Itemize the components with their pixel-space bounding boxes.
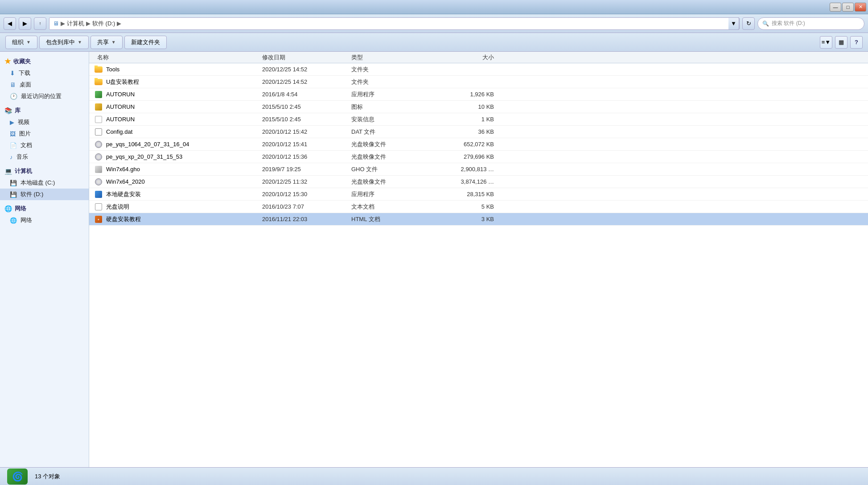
network-icon: 🌐 [10,217,17,224]
table-row[interactable]: AUTORUN 2015/5/10 2:45 图标 10 KB [89,101,868,113]
table-row[interactable]: Win7x64_2020 2020/12/25 11:32 光盘映像文件 3,8… [89,176,868,188]
file-name-text: Config.dat [106,128,132,135]
new-folder-button[interactable]: 新建文件夹 [124,36,167,49]
sidebar-item-desktop[interactable]: 🖥 桌面 [0,79,89,90]
file-date: 2020/10/12 15:30 [262,191,351,197]
file-type: 文件夹 [351,78,432,86]
image-label: 图片 [19,130,31,138]
col-size-header[interactable]: 大小 [432,53,503,62]
file-name-text: Win7x64.gho [106,166,140,173]
file-name-text: 本地硬盘安装 [106,190,141,198]
refresh-button[interactable]: ↻ [742,17,755,30]
sidebar-item-recent[interactable]: 🕐 最近访问的位置 [0,90,89,102]
music-icon: ♪ [10,154,13,160]
sidebar-item-network[interactable]: 🌐 网络 [0,214,89,226]
table-row[interactable]: Tools 2020/12/25 14:52 文件夹 [89,63,868,76]
sidebar-item-image[interactable]: 🖼 图片 [0,128,89,140]
address-path[interactable]: 🖥 ▶ 计算机 ▶ 软件 (D:) ▶ [49,18,728,29]
file-size: 5 KB [432,203,503,210]
table-row[interactable]: Win7x64.gho 2019/9/7 19:25 GHO 文件 2,900,… [89,163,868,176]
col-type-header[interactable]: 类型 [351,53,432,62]
table-row[interactable]: pe_yqs_xp_20_07_31_15_53 2020/10/12 15:3… [89,151,868,163]
file-type: HTML 文档 [351,215,432,223]
table-row[interactable]: 光盘说明 2016/10/23 7:07 文本文档 5 KB [89,201,868,213]
video-icon: ▶ [10,119,14,126]
sidebar-item-video[interactable]: ▶ 视频 [0,116,89,128]
path-computer[interactable]: 计算机 [67,20,84,28]
desktop-icon: 🖥 [10,81,16,88]
minimize-button[interactable]: — [830,3,841,12]
sidebar-item-music[interactable]: ♪ 音乐 [0,151,89,163]
organize-arrow: ▼ [26,40,31,45]
file-name: AUTORUN [93,115,262,123]
file-type: 文本文档 [351,203,432,211]
doc-icon: 📄 [10,142,17,149]
star-icon: ★ [4,57,11,66]
file-size: 279,696 KB [432,153,503,160]
file-icon-gho [95,165,103,173]
sidebar-item-doc[interactable]: 📄 文档 [0,140,89,151]
table-row[interactable]: Config.dat 2020/10/12 15:42 DAT 文件 36 KB [89,126,868,138]
file-area: 名称 修改日期 类型 大小 Tools 2020/12/25 14:52 文件夹… [89,52,868,467]
file-date: 2015/5/10 2:45 [262,103,351,110]
table-row[interactable]: AUTORUN 2015/5/10 2:45 安装信息 1 KB [89,113,868,126]
sidebar-library: 📚 库 ▶ 视频 🖼 图片 📄 文档 ♪ 音乐 [0,105,89,163]
file-area-bottom [89,432,868,467]
maximize-button[interactable]: □ [842,3,854,12]
computer-label: 计算机 [15,167,32,175]
file-name: AUTORUN [93,103,262,111]
path-separator-3: ▶ [117,20,121,27]
file-date: 2020/10/12 15:36 [262,153,351,160]
file-size: 1,926 KB [432,91,503,98]
path-drive[interactable]: 软件 (D:) [92,20,115,28]
view-dropdown-button[interactable]: ≡▼ [820,36,832,49]
path-separator-1: ▶ [61,20,65,27]
table-row[interactable]: 本地硬盘安装 2020/10/12 15:30 应用程序 28,315 KB [89,188,868,201]
favorites-label: 收藏夹 [13,58,31,66]
include-lib-label: 包含到库中 [46,38,75,46]
file-size: 3,874,126 … [432,178,503,185]
path-dropdown-button[interactable]: ▼ [728,17,739,30]
help-button[interactable]: ? [850,36,863,49]
file-size: 3 KB [432,216,503,222]
file-icon-inf [95,115,103,123]
col-name-header[interactable]: 名称 [93,53,262,62]
back-button[interactable]: ◀ [4,17,16,30]
search-box[interactable]: 🔍 搜索 软件 (D:) [757,17,864,30]
table-row[interactable]: AUTORUN 2016/1/8 4:54 应用程序 1,926 KB [89,88,868,101]
organize-button[interactable]: 组织 ▼ [5,36,37,49]
table-row[interactable]: e 硬盘安装教程 2016/11/21 22:03 HTML 文档 3 KB [89,213,868,226]
preview-pane-button[interactable]: ▦ [835,36,847,49]
toolbar-right: ≡▼ ▦ ? [820,36,863,49]
close-button[interactable]: ✕ [855,3,866,12]
file-name: 光盘说明 [93,203,262,211]
c-drive-label: 本地磁盘 (C:) [21,179,55,187]
sidebar-item-c-drive[interactable]: 💾 本地磁盘 (C:) [0,177,89,189]
forward-button[interactable]: ▶ [19,17,31,30]
download-label: 下载 [19,69,30,77]
sidebar-item-d-drive[interactable]: 💾 软件 (D:) [0,189,89,200]
table-row[interactable]: pe_yqs_1064_20_07_31_16_04 2020/10/12 15… [89,138,868,151]
include-lib-button[interactable]: 包含到库中 ▼ [39,36,89,49]
share-button[interactable]: 共享 ▼ [91,36,123,49]
file-date: 2020/12/25 11:32 [262,178,351,185]
file-type: 安装信息 [351,115,432,123]
file-type: 文件夹 [351,66,432,74]
preview-icon: ▦ [839,39,844,45]
up-button[interactable]: ↑ [34,17,46,30]
path-separator-2: ▶ [86,20,91,27]
file-name: pe_yqs_xp_20_07_31_15_53 [93,153,262,161]
logo-icon: 🌀 [12,471,23,482]
file-type: 应用程序 [351,90,432,99]
file-size: 10 KB [432,103,503,110]
favorites-header: ★ 收藏夹 [0,55,89,67]
col-date-header[interactable]: 修改日期 [262,53,351,62]
image-icon: 🖼 [10,131,16,137]
sidebar-item-download[interactable]: ⬇ 下载 [0,67,89,79]
table-row[interactable]: U盘安装教程 2020/12/25 14:52 文件夹 [89,76,868,88]
music-label: 音乐 [16,153,28,161]
empty-area[interactable] [89,226,868,432]
file-type: 光盘映像文件 [351,178,432,186]
titlebar: — □ ✕ [0,0,868,14]
file-name: U盘安装教程 [93,78,262,86]
